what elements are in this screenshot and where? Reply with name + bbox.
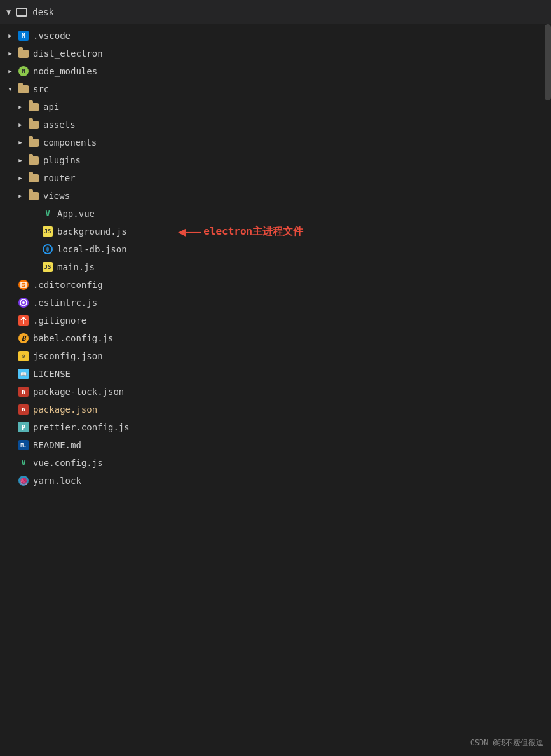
expand-views[interactable] (14, 193, 27, 199)
watermark: CSDN @我不瘦但很逗 (470, 738, 543, 748)
expand-src[interactable] (4, 86, 17, 92)
file-explorer: M .vscode dist_electron node_modules src… (0, 24, 551, 490)
expand-dist[interactable] (4, 50, 17, 57)
tree-item-backgroundjs[interactable]: JS background.js ◀—— electron主进程文件 (0, 223, 551, 240)
tree-item-components[interactable]: components (0, 134, 551, 151)
yarn-icon: 🧶 (17, 476, 31, 486)
tree-item-eslintrc[interactable]: .eslintrc.js (0, 294, 551, 312)
js-icon-backgroundjs: JS (41, 226, 55, 237)
label-localdb: local-db.json (57, 244, 127, 254)
collapse-arrow[interactable]: ▼ (6, 8, 11, 17)
label-editorconfig: .editorconfig (33, 280, 103, 290)
tree-item-mainjs[interactable]: JS main.js (0, 258, 551, 276)
scrollbar[interactable] (545, 24, 551, 756)
tree-item-views[interactable]: views (0, 187, 551, 205)
label-license: LICENSE (33, 369, 71, 379)
label-plugins: plugins (43, 155, 81, 165)
label-mainjs: main.js (57, 262, 95, 272)
tree-item-package-json[interactable]: n package.json (0, 401, 551, 418)
label-package-lock: package-lock.json (33, 387, 124, 397)
label-components: components (43, 137, 97, 148)
tree-item-editorconfig[interactable]: .editorconfig (0, 276, 551, 294)
license-icon: 📖 (17, 369, 31, 379)
expand-vscode[interactable] (4, 32, 17, 39)
eslint-icon (17, 298, 31, 308)
scrollbar-thumb[interactable] (545, 24, 551, 100)
tree-item-jsconfig[interactable]: ⚙ jsconfig.json (0, 347, 551, 365)
folder-icon-views (27, 192, 41, 200)
package-lock-icon: n (17, 387, 31, 397)
label-babel: babel.config.js (33, 333, 113, 343)
label-backgroundjs: background.js (57, 226, 127, 237)
git-icon (17, 315, 31, 326)
label-dist: dist_electron (33, 48, 103, 58)
tree-item-vscode[interactable]: M .vscode (0, 27, 551, 45)
annotation-container: ◀—— electron主进程文件 (178, 223, 303, 240)
annotation-text: electron主进程文件 (203, 225, 303, 238)
label-appvue: App.vue (57, 209, 95, 219)
tree-item-package-lock[interactable]: n package-lock.json (0, 383, 551, 401)
tree-item-license[interactable]: 📖 LICENSE (0, 365, 551, 383)
tree-item-yarn[interactable]: 🧶 yarn.lock (0, 472, 551, 490)
tree-item-router[interactable]: router (0, 169, 551, 187)
markdown-icon: M↓ (17, 440, 31, 450)
label-jsconfig: jsconfig.json (33, 351, 103, 361)
label-node-modules: node_modules (33, 66, 97, 76)
watermark-text: CSDN @我不瘦但很逗 (470, 738, 543, 747)
babel-icon: B (17, 333, 31, 343)
tree-item-plugins[interactable]: plugins (0, 151, 551, 169)
prettier-icon: P (17, 422, 31, 432)
folder-icon-plugins (27, 156, 41, 165)
label-views: views (43, 191, 70, 201)
workspace-title: desk (32, 7, 54, 17)
label-readme: README.md (33, 440, 81, 450)
folder-icon-api (27, 103, 41, 111)
label-package-json: package.json (33, 404, 97, 415)
label-prettier: prettier.config.js (33, 422, 130, 432)
label-vue-config: vue.config.js (33, 458, 103, 468)
tree-item-gitignore[interactable]: .gitignore (0, 312, 551, 329)
label-vscode: .vscode (33, 31, 71, 41)
label-gitignore: .gitignore (33, 315, 86, 326)
vscode-folder-icon: M (17, 31, 31, 41)
tree-item-readme[interactable]: M↓ README.md (0, 436, 551, 454)
vue-icon-appvue: V (41, 209, 55, 219)
expand-node-modules[interactable] (4, 68, 17, 74)
jsconfig-icon: ⚙ (17, 351, 31, 361)
label-yarn: yarn.lock (33, 476, 81, 486)
label-api: api (43, 102, 59, 112)
label-assets: assets (43, 120, 76, 130)
title-bar: ▼ desk (0, 0, 551, 24)
folder-icon-src (17, 85, 31, 93)
expand-assets[interactable] (14, 121, 27, 128)
folder-icon-dist (17, 50, 31, 58)
label-src: src (33, 84, 49, 94)
tree-item-appvue[interactable]: V App.vue (0, 205, 551, 223)
svg-point-2 (22, 301, 25, 304)
tree-item-prettier[interactable]: P prettier.config.js (0, 418, 551, 436)
tree-item-node-modules[interactable]: node_modules (0, 62, 551, 80)
tree-item-api[interactable]: api (0, 98, 551, 116)
editorconfig-icon (17, 280, 31, 290)
folder-icon-assets (27, 121, 41, 129)
expand-api[interactable] (14, 104, 27, 110)
package-json-icon: n (17, 404, 31, 415)
expand-components[interactable] (14, 139, 27, 146)
node-icon (17, 66, 31, 76)
tree-item-vue-config[interactable]: V vue.config.js (0, 454, 551, 472)
expand-router[interactable] (14, 175, 27, 181)
tree-item-localdb[interactable]: local-db.json (0, 240, 551, 258)
vue-icon-config: V (17, 458, 31, 468)
tree-item-dist[interactable]: dist_electron (0, 45, 551, 62)
label-router: router (43, 173, 76, 183)
monitor-icon (16, 8, 27, 17)
js-icon-mainjs: JS (41, 262, 55, 272)
tree-item-babel[interactable]: B babel.config.js (0, 329, 551, 347)
label-eslintrc: .eslintrc.js (33, 298, 97, 308)
json-icon-localdb (41, 244, 55, 254)
tree-item-src[interactable]: src (0, 80, 551, 98)
expand-plugins[interactable] (14, 157, 27, 163)
folder-icon-components (27, 139, 41, 147)
annotation-arrow: ◀—— (178, 224, 201, 239)
tree-item-assets[interactable]: assets (0, 116, 551, 134)
